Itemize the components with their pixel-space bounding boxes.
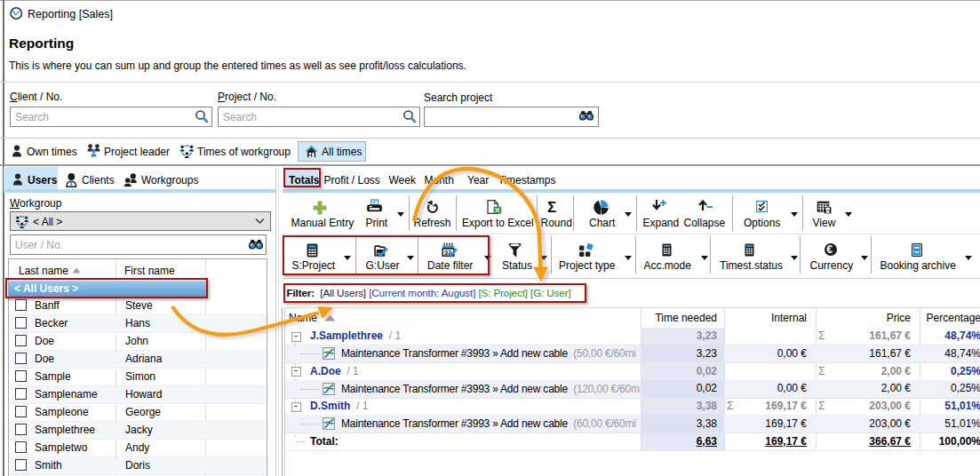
svg-text:€: € (826, 243, 833, 256)
